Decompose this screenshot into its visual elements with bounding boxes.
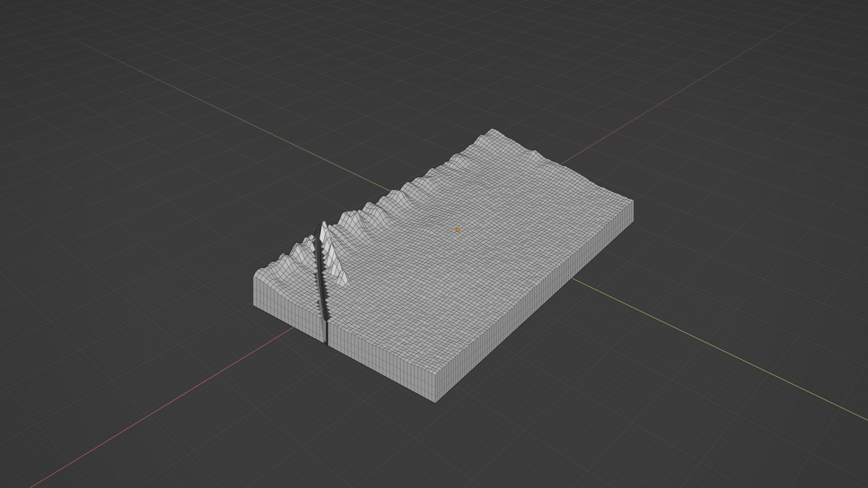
blender-3d-viewport[interactable] — [0, 0, 868, 488]
viewport-render-canvas[interactable] — [0, 0, 868, 488]
object-origin-dot[interactable] — [456, 228, 460, 232]
